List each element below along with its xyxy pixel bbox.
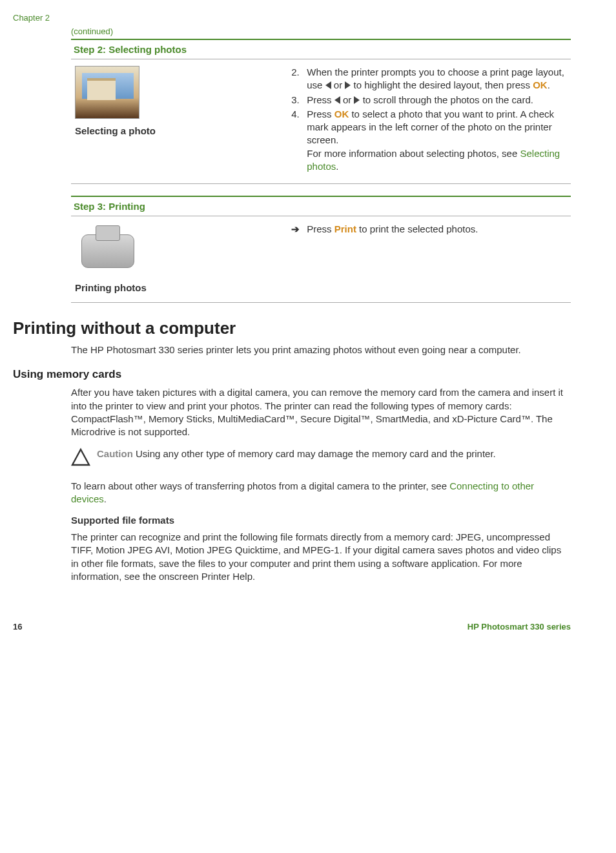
page-footer: 16 HP Photosmart 330 series — [13, 622, 571, 632]
page-number: 16 — [13, 622, 22, 632]
step2-caption: Selecting a photo — [75, 125, 278, 136]
list-item: ➔ Press Print to print the selected phot… — [291, 223, 567, 236]
text: Press — [307, 223, 334, 234]
text: Press — [307, 94, 334, 105]
product-name: HP Photosmart 330 series — [467, 622, 571, 632]
arrow-right-icon — [354, 96, 360, 104]
text: . — [548, 79, 550, 90]
text: To learn about other ways of transferrin… — [71, 480, 449, 491]
text: or — [343, 94, 354, 105]
caution-icon — [71, 447, 90, 470]
text: or — [334, 79, 345, 90]
text: to highlight the desired layout, then pr… — [353, 79, 533, 90]
caution-label: Caution — [97, 448, 133, 459]
step3-caption: Printing photos — [75, 282, 278, 293]
arrow-left-icon — [334, 96, 340, 104]
text: . — [104, 493, 107, 504]
list-item: 4. Press OK to select a photo that you w… — [291, 108, 567, 173]
step2-body: Selecting a photo 2. When the printer pr… — [71, 59, 571, 184]
caution-note: Caution Using any other type of memory c… — [71, 447, 571, 470]
photo-thumbnail-icon — [75, 66, 139, 119]
arrow-right-icon: ➔ — [291, 223, 307, 236]
body-paragraph: The printer can recognize and print the … — [71, 531, 571, 583]
arrow-left-icon — [325, 81, 331, 89]
step2-header: Step 2: Selecting photos — [71, 39, 571, 59]
text: Press — [307, 108, 334, 119]
continued-label: (continued) — [71, 26, 571, 36]
step3-body: Printing photos ➔ Press Print to print t… — [71, 216, 571, 303]
ok-label: OK — [334, 108, 349, 119]
section-heading: Printing without a computer — [13, 318, 571, 338]
arrow-right-icon — [345, 81, 351, 89]
text: to scroll through the photos on the card… — [363, 94, 533, 105]
list-number: 3. — [291, 94, 307, 107]
subsubsection-heading: Supported file formats — [71, 515, 571, 526]
print-label: Print — [334, 223, 356, 234]
caution-text: Using any other type of memory card may … — [133, 448, 496, 459]
subsection-heading: Using memory cards — [13, 368, 571, 381]
svg-marker-0 — [72, 449, 89, 465]
intro-paragraph: The HP Photosmart 330 series printer let… — [71, 344, 571, 356]
body-paragraph: To learn about other ways of transferrin… — [71, 480, 571, 506]
ok-label: OK — [533, 79, 548, 90]
list-item: 3. Press or to scroll through the photos… — [291, 94, 567, 107]
list-number: 2. — [291, 66, 307, 92]
body-paragraph: After you have taken pictures with a dig… — [71, 386, 571, 438]
text: to print the selected photos. — [356, 223, 478, 234]
chapter-label: Chapter 2 — [13, 13, 571, 23]
printer-icon — [75, 223, 146, 276]
text: . — [336, 161, 338, 172]
text: For more information about selecting pho… — [307, 148, 520, 159]
list-number: 4. — [291, 108, 307, 173]
list-item: 2. When the printer prompts you to choos… — [291, 66, 567, 92]
step3-header: Step 3: Printing — [71, 196, 571, 216]
